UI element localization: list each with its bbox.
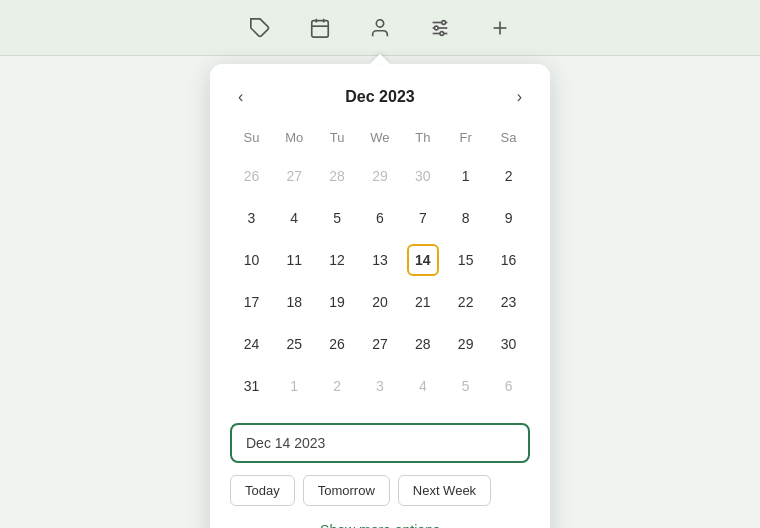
weekday-header: We (359, 126, 402, 155)
calendar-day[interactable]: 26 (316, 323, 359, 365)
calendar-day[interactable]: 3 (359, 365, 402, 407)
date-input-wrap (230, 423, 530, 463)
calendar-day[interactable]: 6 (487, 365, 530, 407)
calendar-day[interactable]: 27 (273, 155, 316, 197)
calendar-day[interactable]: 14 (401, 239, 444, 281)
calendar-day[interactable]: 27 (359, 323, 402, 365)
quick-buttons: Today Tomorrow Next Week (230, 475, 530, 506)
calendar-day[interactable]: 30 (487, 323, 530, 365)
calendar-day[interactable]: 11 (273, 239, 316, 281)
toolbar (0, 0, 760, 56)
calendar-day[interactable]: 23 (487, 281, 530, 323)
calendar-day[interactable]: 20 (359, 281, 402, 323)
calendar-day[interactable]: 4 (273, 197, 316, 239)
calendar-day[interactable]: 7 (401, 197, 444, 239)
calendar-day[interactable]: 4 (401, 365, 444, 407)
tag-icon[interactable] (246, 14, 274, 42)
calendar-day[interactable]: 28 (401, 323, 444, 365)
calendar-day[interactable]: 12 (316, 239, 359, 281)
calendar-week-row: 24252627282930 (230, 323, 530, 365)
show-more-options[interactable]: Show more options (230, 522, 530, 528)
today-button[interactable]: Today (230, 475, 295, 506)
next-month-button[interactable]: › (509, 84, 530, 110)
calendar-day[interactable]: 2 (316, 365, 359, 407)
calendar-popup: ‹ Dec 2023 › SuMoTuWeThFrSa 262728293012… (210, 64, 550, 528)
weekday-header: Sa (487, 126, 530, 155)
calendar-day[interactable]: 3 (230, 197, 273, 239)
calendar-day[interactable]: 28 (316, 155, 359, 197)
weekday-header: Tu (316, 126, 359, 155)
calendar-grid: SuMoTuWeThFrSa 2627282930123456789101112… (230, 126, 530, 407)
person-icon[interactable] (366, 14, 394, 42)
calendar-day[interactable]: 25 (273, 323, 316, 365)
calendar-week-row: 17181920212223 (230, 281, 530, 323)
tomorrow-button[interactable]: Tomorrow (303, 475, 390, 506)
calendar-day[interactable]: 29 (359, 155, 402, 197)
prev-month-button[interactable]: ‹ (230, 84, 251, 110)
calendar-day[interactable]: 9 (487, 197, 530, 239)
calendar-week-row: 3456789 (230, 197, 530, 239)
calendar-day[interactable]: 24 (230, 323, 273, 365)
date-input[interactable] (230, 423, 530, 463)
calendar-header: ‹ Dec 2023 › (230, 84, 530, 110)
calendar-day[interactable]: 2 (487, 155, 530, 197)
calendar-week-row: 31123456 (230, 365, 530, 407)
calendar-icon[interactable] (306, 14, 334, 42)
calendar-day[interactable]: 13 (359, 239, 402, 281)
calendar-day[interactable]: 1 (444, 155, 487, 197)
svg-rect-1 (312, 20, 329, 36)
calendar-day[interactable]: 5 (316, 197, 359, 239)
calendar-day[interactable]: 1 (273, 365, 316, 407)
calendar-day[interactable]: 26 (230, 155, 273, 197)
calendar-day[interactable]: 18 (273, 281, 316, 323)
calendar-day[interactable]: 15 (444, 239, 487, 281)
calendar-day[interactable]: 6 (359, 197, 402, 239)
calendar-title: Dec 2023 (345, 88, 414, 106)
sliders-icon[interactable] (426, 14, 454, 42)
calendar-day[interactable]: 16 (487, 239, 530, 281)
calendar-day[interactable]: 8 (444, 197, 487, 239)
calendar-day[interactable]: 19 (316, 281, 359, 323)
calendar-week-row: 10111213141516 (230, 239, 530, 281)
weekday-header: Fr (444, 126, 487, 155)
calendar-day[interactable]: 29 (444, 323, 487, 365)
svg-point-10 (435, 26, 439, 30)
calendar-day[interactable]: 22 (444, 281, 487, 323)
svg-point-5 (376, 19, 383, 26)
plus-icon[interactable] (486, 14, 514, 42)
weekday-header: Th (401, 126, 444, 155)
calendar-day[interactable]: 10 (230, 239, 273, 281)
calendar-week-row: 262728293012 (230, 155, 530, 197)
calendar-day[interactable]: 21 (401, 281, 444, 323)
next-week-button[interactable]: Next Week (398, 475, 491, 506)
calendar-day[interactable]: 5 (444, 365, 487, 407)
svg-point-11 (440, 31, 444, 35)
svg-point-9 (442, 20, 446, 24)
calendar-day[interactable]: 31 (230, 365, 273, 407)
weekday-header: Su (230, 126, 273, 155)
weekday-header: Mo (273, 126, 316, 155)
calendar-day[interactable]: 30 (401, 155, 444, 197)
calendar-day[interactable]: 17 (230, 281, 273, 323)
